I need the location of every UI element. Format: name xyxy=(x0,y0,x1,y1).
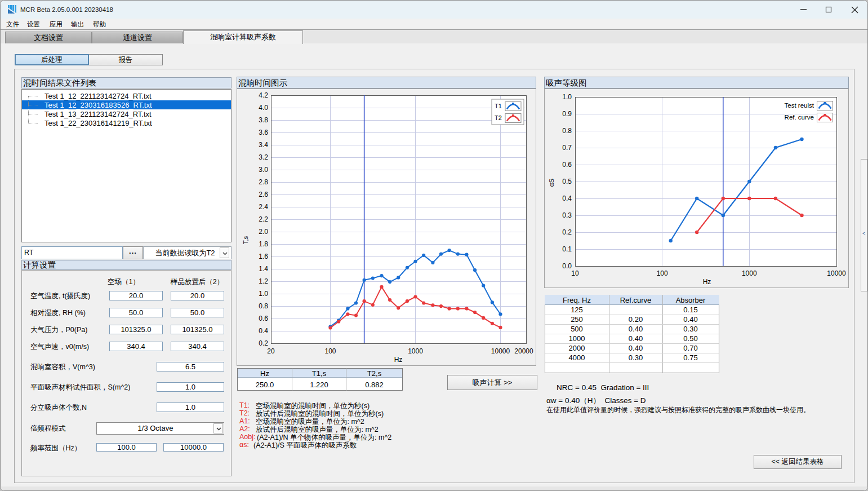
svg-text:0.8: 0.8 xyxy=(562,127,572,135)
svg-text:αS: αS xyxy=(548,179,555,187)
svg-text:0.4: 0.4 xyxy=(562,194,572,202)
svg-text:1.0: 1.0 xyxy=(259,290,268,298)
svg-text:2.2: 2.2 xyxy=(259,215,268,223)
svg-text:2.8: 2.8 xyxy=(259,178,268,186)
svg-text:0.1: 0.1 xyxy=(562,245,572,253)
svg-text:0.6: 0.6 xyxy=(259,315,268,322)
svg-text:20: 20 xyxy=(267,347,275,355)
svg-text:0.6: 0.6 xyxy=(562,161,572,169)
svg-text:10000: 10000 xyxy=(827,269,846,277)
svg-text:1000: 1000 xyxy=(408,347,423,355)
svg-text:T1: T1 xyxy=(495,103,502,109)
svg-text:1000: 1000 xyxy=(742,269,757,277)
svg-text:3.6: 3.6 xyxy=(259,129,268,136)
svg-text:2.6: 2.6 xyxy=(259,191,268,198)
svg-text:1.8: 1.8 xyxy=(259,240,268,248)
svg-text:100: 100 xyxy=(324,347,336,355)
svg-text:1.4: 1.4 xyxy=(259,265,268,273)
svg-text:Ref. curve: Ref. curve xyxy=(785,114,814,121)
svg-text:0.7: 0.7 xyxy=(562,144,572,152)
svg-text:0.5: 0.5 xyxy=(562,178,572,185)
svg-text:4.2: 4.2 xyxy=(259,91,268,99)
svg-text:1.6: 1.6 xyxy=(259,253,268,260)
svg-text:4.0: 4.0 xyxy=(259,104,268,112)
svg-text:0.2: 0.2 xyxy=(562,228,572,236)
svg-text:0.4: 0.4 xyxy=(259,327,268,335)
svg-text:1.0: 1.0 xyxy=(562,93,572,101)
svg-text:10: 10 xyxy=(571,269,579,277)
svg-text:T2: T2 xyxy=(495,114,502,121)
svg-text:0.0: 0.0 xyxy=(562,262,572,270)
svg-text:Hz: Hz xyxy=(703,278,711,286)
svg-text:0.9: 0.9 xyxy=(562,110,572,118)
svg-text:Hz: Hz xyxy=(394,356,403,364)
svg-text:3.0: 3.0 xyxy=(259,166,268,174)
svg-text:0.3: 0.3 xyxy=(562,211,572,219)
svg-text:1.2: 1.2 xyxy=(259,277,268,285)
svg-text:3.2: 3.2 xyxy=(259,153,268,161)
svg-text:0.2: 0.2 xyxy=(259,339,268,347)
svg-text:3.4: 3.4 xyxy=(259,141,268,149)
svg-text:10000: 10000 xyxy=(491,347,510,355)
svg-text:3.8: 3.8 xyxy=(259,116,268,124)
svg-text:2.0: 2.0 xyxy=(259,228,268,236)
svg-text:T,s: T,s xyxy=(242,236,249,244)
svg-text:2.4: 2.4 xyxy=(259,203,268,211)
svg-text:Test reulst: Test reulst xyxy=(785,102,814,109)
svg-text:0.8: 0.8 xyxy=(259,302,268,310)
svg-text:100: 100 xyxy=(657,269,668,277)
svg-text:20000: 20000 xyxy=(514,347,533,355)
